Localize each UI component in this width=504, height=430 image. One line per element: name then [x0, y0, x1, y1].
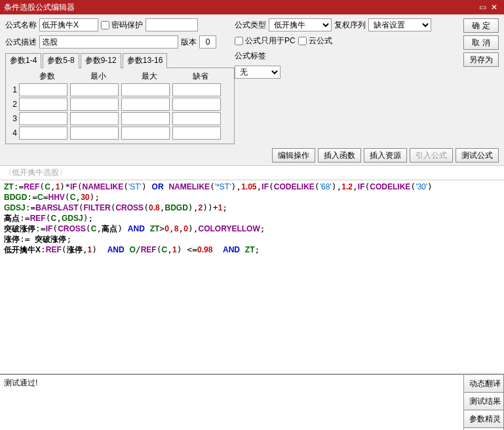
type-label: 公式类型: [235, 20, 266, 31]
code-title: 〈低开擒牛选股〉: [0, 165, 504, 180]
cloud-checkbox[interactable]: 云公式: [298, 35, 332, 47]
param-tabs: 参数1-4参数5-8参数9-12参数13-16: [5, 52, 235, 68]
param-name-input[interactable]: [19, 127, 68, 140]
minimize-icon[interactable]: ▭: [476, 3, 488, 12]
version-label: 版本: [181, 37, 197, 48]
edit-op-button[interactable]: 编辑操作: [272, 148, 315, 163]
param-name-input[interactable]: [19, 98, 68, 111]
pc-only-checkbox[interactable]: 公式只用于PC: [235, 35, 296, 47]
insert-res-button[interactable]: 插入资源: [364, 148, 407, 163]
name-input[interactable]: [39, 18, 98, 31]
param-def-input[interactable]: [172, 112, 221, 125]
tag-select[interactable]: 无: [235, 66, 281, 79]
message-area: 测试通过!: [0, 375, 463, 430]
param-header-min: 最小: [73, 71, 124, 82]
param-tab[interactable]: 参数9-12: [81, 53, 121, 68]
toolbar: 编辑操作 插入函数 插入资源 引入公式 测试公式: [0, 147, 504, 165]
side-button[interactable]: 动态翻译: [464, 375, 504, 393]
name-label: 公式名称: [5, 20, 37, 31]
param-name-input[interactable]: [19, 83, 68, 96]
adj-select[interactable]: 缺省设置: [368, 18, 431, 31]
param-tab[interactable]: 参数1-4: [5, 53, 41, 68]
side-button[interactable]: 测试结果: [464, 393, 504, 410]
param-def-input[interactable]: [172, 127, 221, 140]
desc-label: 公式描述: [5, 37, 37, 48]
type-select[interactable]: 低开擒牛: [269, 18, 332, 31]
window-title: 条件选股公式编辑器: [4, 2, 476, 13]
param-header-name: 参数: [22, 71, 73, 82]
param-min-input[interactable]: [70, 98, 119, 111]
param-max-input[interactable]: [121, 98, 170, 111]
param-min-input[interactable]: [70, 127, 119, 140]
param-row: 1: [10, 83, 230, 96]
desc-input[interactable]: [39, 35, 178, 49]
param-max-input[interactable]: [121, 127, 170, 140]
param-name-input[interactable]: [19, 112, 68, 125]
param-min-input[interactable]: [70, 112, 119, 125]
param-max-input[interactable]: [121, 83, 170, 96]
side-buttons: 动态翻译测试结果参数精灵用法注释: [463, 375, 504, 430]
form-area: 公式名称 密码保护 公式描述 版本 参数1-4参数5-8参数9-12参数13-1…: [0, 14, 504, 147]
param-def-input[interactable]: [172, 83, 221, 96]
code-editor[interactable]: ZT:=REF(C,1)*IF(NAMELIKE('ST') OR NAMELI…: [0, 180, 504, 374]
param-row: 3: [10, 112, 230, 125]
param-header-def: 缺省: [175, 71, 226, 82]
import-formula-button[interactable]: 引入公式: [410, 148, 453, 163]
adj-label: 复权序列: [334, 20, 366, 31]
password-protect-checkbox[interactable]: 密码保护: [101, 20, 143, 31]
titlebar: 条件选股公式编辑器 ▭ ✕: [0, 0, 504, 14]
param-row: 4: [10, 127, 230, 140]
test-formula-button[interactable]: 测试公式: [456, 148, 499, 163]
param-header-max: 最大: [124, 71, 175, 82]
param-max-input[interactable]: [121, 112, 170, 125]
saveas-button[interactable]: 另存为: [463, 52, 499, 67]
param-tab[interactable]: 参数5-8: [43, 53, 79, 68]
insert-func-button[interactable]: 插入函数: [318, 148, 361, 163]
ok-button[interactable]: 确 定: [463, 18, 499, 33]
version-input[interactable]: [199, 35, 216, 49]
password-checkbox-input[interactable]: [101, 21, 109, 29]
cancel-button[interactable]: 取 消: [463, 35, 499, 50]
password-input[interactable]: [145, 18, 198, 31]
tag-label: 公式标签: [235, 50, 266, 62]
param-def-input[interactable]: [172, 98, 221, 111]
close-icon[interactable]: ✕: [488, 3, 500, 12]
status-message: 测试通过!: [4, 378, 37, 387]
side-button[interactable]: 参数精灵: [464, 410, 504, 428]
param-row: 2: [10, 98, 230, 111]
param-min-input[interactable]: [70, 83, 119, 96]
param-tab[interactable]: 参数13-16: [123, 53, 168, 68]
param-grid: 参数 最小 最大 缺省 1234: [5, 68, 235, 144]
